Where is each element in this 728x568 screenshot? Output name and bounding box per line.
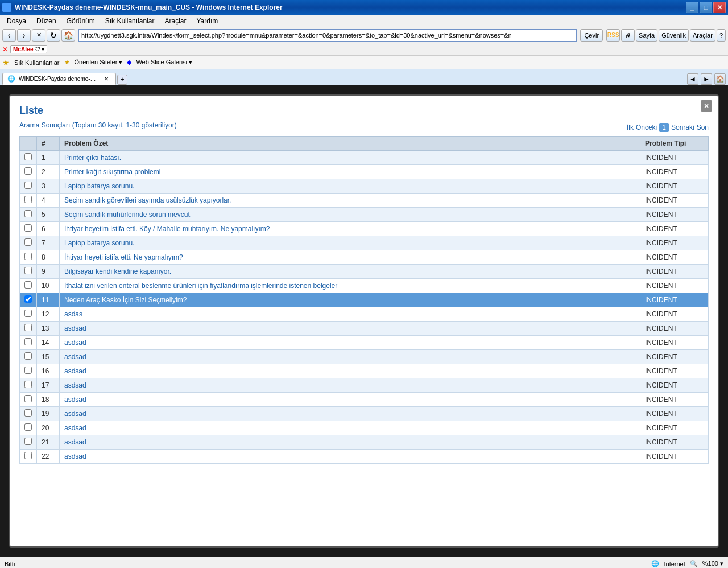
menu-gorunum[interactable]: Görünüm [62,16,100,26]
table-row[interactable]: 12asdasINCIDENT [20,307,709,322]
web-slice-button[interactable]: Web Slice Galerisi ▾ [134,58,195,67]
back-button[interactable]: ‹ [2,29,16,42]
page-onceki[interactable]: Önceki [636,124,657,131]
menu-dosya[interactable]: Dosya [2,16,31,26]
restore-button[interactable]: □ [700,2,712,13]
table-row[interactable]: 14asdsadINCIDENT [20,336,709,350]
table-row[interactable]: 2Printer kağıt sıkıştırma problemiINCIDE… [20,165,709,179]
table-row[interactable]: 21asdsadINCIDENT [20,435,709,450]
page-son[interactable]: Son [697,124,709,131]
onerilen-siteler-button[interactable]: Önerilen Siteler ▾ [72,58,125,67]
row-summary-link[interactable]: asdsad [64,353,86,361]
table-row[interactable]: 9Bilgisayar kendi kendine kapanıyor.INCI… [20,265,709,279]
row-summary-link[interactable]: Laptop batarya sorunu. [64,182,134,190]
menu-yardim[interactable]: Yardım [192,16,222,26]
row-summary-link[interactable]: asdsad [64,396,86,404]
page-button[interactable]: Sayfa [636,29,657,42]
zoom-dropdown-icon[interactable]: ▾ [720,560,723,567]
active-tab[interactable]: 🌐 WINDESK-Paydas deneme-WINDESK-mnu_main… [2,73,116,85]
row-checkbox[interactable] [24,196,32,203]
row-checkbox[interactable] [24,367,32,374]
row-summary-link[interactable]: asdsad [64,324,86,332]
row-checkbox[interactable] [24,423,32,431]
row-summary-link[interactable]: Printer çıktı hatası. [64,154,121,162]
table-row[interactable]: 5Seçim sandık mühürlerinde sorun mevcut.… [20,208,709,222]
table-row[interactable]: 4Seçim sandık görevlileri sayımda usülsü… [20,194,709,208]
table-row[interactable]: 1Printer çıktı hatası.INCIDENT [20,151,709,165]
table-row[interactable]: 18asdsadINCIDENT [20,393,709,407]
row-summary-link[interactable]: Printer kağıt sıkıştırma problemi [64,168,160,176]
row-summary-link[interactable]: Neden Araç Kasko İçin Sizi Seçmeliyim? [64,296,187,304]
row-checkbox[interactable] [24,267,32,274]
row-checkbox[interactable] [24,352,32,360]
row-checkbox[interactable] [24,438,32,445]
page-ilk[interactable]: İlk [627,124,634,131]
row-summary-link[interactable]: Bilgisayar kendi kendine kapanıyor. [64,267,171,275]
menu-araclar[interactable]: Araçlar [160,16,191,26]
page-current[interactable]: 1 [659,123,669,132]
row-checkbox[interactable] [24,224,32,232]
rss-button[interactable]: RSS [606,29,620,42]
table-row[interactable]: 22asdsadINCIDENT [20,450,709,464]
row-summary-link[interactable]: asdsad [64,424,86,432]
table-row[interactable]: 8İhtiyar heyeti istifa etti. Ne yapmalıy… [20,250,709,265]
row-checkbox[interactable] [24,452,32,459]
row-summary-link[interactable]: Seçim sandık görevlileri sayımda usülsüz… [64,196,231,204]
row-summary-link[interactable]: asdas [64,310,82,318]
tools-nav-button[interactable]: Araçlar [690,29,715,42]
tab-nav-home[interactable]: 🏠 [714,73,726,85]
modal-close-button[interactable]: × [701,100,712,112]
row-checkbox[interactable] [24,281,32,289]
row-checkbox[interactable] [24,395,32,402]
mcafee-button[interactable]: McAfee 🛡 ▾ [10,45,47,53]
table-row[interactable]: 6İhtiyar heyetim istifa etti. Köy / Maha… [20,222,709,236]
table-row[interactable]: 17asdsadINCIDENT [20,378,709,393]
row-summary-link[interactable]: asdsad [64,367,86,375]
tab-nav-right[interactable]: ► [701,73,712,85]
address-input[interactable] [78,29,577,42]
row-checkbox[interactable] [24,253,32,260]
table-row[interactable]: 13asdsadINCIDENT [20,322,709,336]
row-summary-link[interactable]: İhtiyar heyeti istifa etti. Ne yapmalıyı… [64,253,183,261]
row-checkbox[interactable] [24,310,32,317]
table-row[interactable]: 19asdsadINCIDENT [20,407,709,421]
close-button[interactable]: ✕ [713,2,726,13]
row-checkbox[interactable] [24,295,32,303]
row-summary-link[interactable]: Laptop batarya sorunu. [64,239,134,247]
new-tab-button[interactable]: + [117,75,127,85]
minimize-button[interactable]: _ [686,2,698,13]
row-summary-link[interactable]: asdsad [64,452,86,460]
row-summary-link[interactable]: İhtiyar heyetim istifa etti. Köy / Mahal… [64,225,270,233]
row-checkbox[interactable] [24,167,32,175]
search-info-link[interactable]: Arama Sonuçları (Toplam 30 kayıt, 1-30 g… [19,121,177,129]
row-checkbox[interactable] [24,153,32,160]
tab-close-icon[interactable]: ✕ [104,76,109,82]
forward-button[interactable]: › [17,29,31,42]
menu-duzen[interactable]: Düzen [32,16,61,26]
refresh-button[interactable]: ↻ [47,29,60,42]
row-summary-link[interactable]: Seçim sandık mühürlerinde sorun mevcut. [64,211,192,219]
table-row[interactable]: 3Laptop batarya sorunu.INCIDENT [20,179,709,194]
security-button[interactable]: Güvenlik [659,29,689,42]
table-row[interactable]: 7Laptop batarya sorunu.INCIDENT [20,236,709,250]
table-row[interactable]: 15asdsadINCIDENT [20,350,709,364]
row-checkbox[interactable] [24,409,32,417]
table-row[interactable]: 16asdsadINCIDENT [20,364,709,378]
menu-sik-kullanilanlar[interactable]: Sık Kullanılanlar [101,16,159,26]
help-nav-button[interactable]: ? [717,29,726,42]
table-row[interactable]: 20asdsadINCIDENT [20,421,709,435]
home-button[interactable]: 🏠 [61,29,75,42]
row-checkbox[interactable] [24,338,32,345]
row-summary-link[interactable]: asdsad [64,438,86,446]
tab-nav-left[interactable]: ◄ [687,73,698,85]
row-checkbox[interactable] [24,381,32,388]
row-checkbox[interactable] [24,324,32,331]
sik-kullanilanlar-button[interactable]: Sık Kullanılanlar [12,59,62,67]
row-summary-link[interactable]: İthalat izni verilen enteral beslenme ür… [64,282,337,290]
row-summary-link[interactable]: asdsad [64,410,86,418]
row-summary-link[interactable]: asdsad [64,339,86,347]
print-button[interactable]: 🖨 [621,29,635,42]
row-checkbox[interactable] [24,238,32,246]
table-row[interactable]: 11Neden Araç Kasko İçin Sizi Seçmeliyim?… [20,293,709,307]
go-button[interactable]: Çevir [580,29,603,42]
